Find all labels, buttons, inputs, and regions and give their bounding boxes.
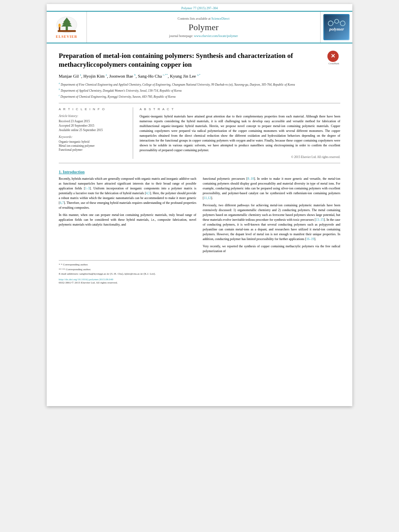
journal-citation: Polymer 77 (2015) 297–304 — [47, 4, 352, 11]
ref-13-15[interactable]: 13–15 — [316, 218, 324, 222]
page: Polymer 77 (2015) 297–304 — [47, 4, 352, 406]
crossmark-icon: ✕ — [327, 51, 339, 62]
article-info-col: A R T I C L E I N F O Article history: R… — [59, 107, 133, 159]
polymer-logo-area: polymer — [320, 12, 352, 43]
keyword-2: Metal ion containing polymer — [59, 144, 127, 148]
history-title: Article history: — [59, 114, 127, 118]
crossmark-label: CrossMark — [327, 62, 340, 65]
affiliation-a: a Department of Fine Chemical Engineerin… — [59, 82, 340, 87]
affiliations: a Department of Fine Chemical Engineerin… — [59, 82, 340, 99]
polymer-logo-icon: polymer — [325, 15, 349, 39]
body-para-3: functional polymeric precursors [8–10]. … — [203, 177, 340, 201]
affiliation-c: c Department of Chemical Engineering, Ky… — [59, 94, 340, 99]
journal-title: Polymer — [189, 22, 219, 33]
journal-header-center: Contents lists available at ScienceDirec… — [87, 12, 320, 43]
section-1-heading: 1. Introduction — [59, 170, 340, 174]
doi-link[interactable]: http://dx.doi.org/10.1016/j.polymer.2015… — [59, 278, 340, 281]
email-sanghocha[interactable]: sanghocha@kyonggi.ac.kr — [79, 272, 109, 275]
copyright-line: © 2015 Elsevier Ltd. All rights reserved… — [140, 155, 340, 159]
body-col-right: functional polymeric precursors [8–10]. … — [203, 177, 340, 256]
body-para-1: Recently, hybrids materials which are ge… — [59, 177, 196, 210]
ref-6-7[interactable]: 6,7 — [60, 201, 64, 205]
svg-rect-7 — [58, 30, 76, 32]
body-two-col: Recently, hybrids materials which are ge… — [59, 177, 340, 256]
divider-2 — [59, 163, 340, 163]
footnote-star2: ** ** Corresponding author. — [59, 268, 340, 272]
received-date: Received 23 August 2015 — [59, 119, 127, 123]
svg-text:polymer: polymer — [329, 27, 344, 31]
keyword-1: Organic-inorganic hybrid — [59, 140, 127, 144]
ref-16-19[interactable]: 16–19 — [306, 237, 314, 241]
email-kjlee[interactable]: kjlee@cnu.ac.kr — [125, 272, 143, 275]
abstract-text: Organic-inorganic hybrid materials have … — [140, 114, 340, 153]
svg-point-6 — [58, 24, 60, 27]
sciencedirect-link[interactable]: ScienceDirect — [212, 17, 230, 21]
body-para-4: Previously, two different pathways for a… — [203, 203, 340, 242]
abstract-label: A B S T R A C T — [140, 107, 340, 111]
divider-1 — [59, 103, 340, 103]
ref-4-5[interactable]: 4,5 — [146, 191, 150, 195]
elsevier-name: ELSEVIER — [56, 35, 78, 39]
issn-line: 0032-3861/© 2015 Elsevier Ltd. All right… — [59, 281, 340, 284]
ref-11-12[interactable]: 11,12 — [204, 196, 211, 200]
keywords-title: Keywords: — [59, 135, 127, 139]
citation-text: Polymer 77 (2015) 297–304 — [181, 6, 218, 10]
footnotes-section: * * Corresponding author. ** ** Correspo… — [59, 260, 340, 284]
authors-line: Manjae Gil a, Hyojin Kim a, Joonwon Bae … — [59, 73, 340, 78]
abstract-col: A B S T R A C T Organic-inorganic hybrid… — [140, 107, 340, 159]
footnote-email: E-mail addresses: sanghocha@kyonggi.ac.k… — [59, 272, 340, 276]
crossmark-area: ✕ CrossMark — [327, 51, 340, 65]
body-para-5: Very recently, we reported the synthesis… — [203, 244, 340, 254]
accepted-date: Accepted 20 September 2015 — [59, 124, 127, 127]
polymer-logo: polymer — [323, 14, 350, 40]
keyword-3: Functional polymer — [59, 148, 127, 152]
journal-homepage: journal homepage: www.elsevier.com/locat… — [169, 34, 238, 38]
elsevier-logo-area: ELSEVIER — [47, 12, 87, 43]
contents-line: Contents lists available at ScienceDirec… — [178, 17, 230, 21]
affiliation-b: b Department of Applied Chemistry, Dongd… — [59, 88, 340, 93]
elsevier-tree-icon — [55, 16, 79, 34]
article-title: Preparation of metal-ion containing poly… — [59, 51, 324, 69]
article-info-label: A R T I C L E I N F O — [59, 107, 127, 111]
homepage-url[interactable]: www.elsevier.com/locate/polymer — [194, 34, 238, 38]
elsevier-logo: ELSEVIER — [55, 16, 79, 39]
article-content: Preparation of metal-ion containing poly… — [47, 43, 352, 290]
ref-8-10[interactable]: 8–10 — [247, 177, 254, 181]
info-abstract-section: A R T I C L E I N F O Article history: R… — [59, 107, 340, 159]
body-content: 1. Introduction Recently, hybrids materi… — [59, 170, 340, 256]
body-para-2: In this manner, when one can prepare met… — [59, 213, 196, 227]
footnote-star1: * * Corresponding author. — [59, 263, 340, 267]
body-col-left: Recently, hybrids materials which are ge… — [59, 177, 196, 256]
ref-1-3[interactable]: 1–3 — [85, 187, 90, 190]
available-date: Available online 25 September 2015 — [59, 128, 127, 132]
title-row: Preparation of metal-ion containing poly… — [59, 49, 340, 73]
journal-header: ELSEVIER Contents lists available at Sci… — [47, 11, 352, 43]
